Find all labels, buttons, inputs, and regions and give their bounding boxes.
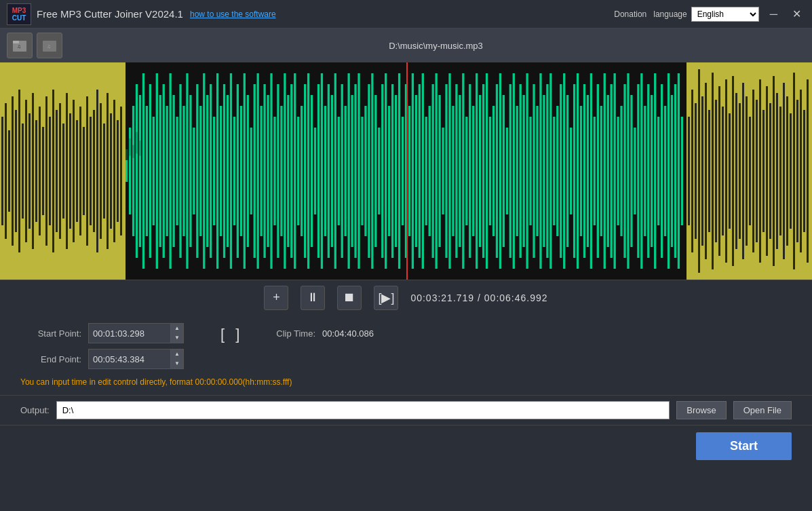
language-select[interactable]: English Chinese French German Spanish xyxy=(691,7,759,22)
svg-rect-65 xyxy=(199,106,201,236)
add-marker-button[interactable]: + xyxy=(264,286,288,310)
svg-rect-62 xyxy=(189,95,191,247)
svg-rect-236 xyxy=(759,79,761,263)
end-time-down[interactable]: ▼ xyxy=(171,359,183,368)
svg-rect-138 xyxy=(445,84,447,258)
svg-rect-30 xyxy=(83,127,85,215)
svg-rect-129 xyxy=(415,95,417,247)
help-link[interactable]: how to use the software xyxy=(190,10,276,19)
right-trim-handle[interactable] xyxy=(687,62,812,280)
svg-rect-185 xyxy=(604,73,606,269)
logo-cut: CUT xyxy=(12,14,26,22)
bracket-open-button[interactable]: [ xyxy=(218,326,227,343)
svg-rect-156 xyxy=(506,128,508,214)
close-button[interactable]: ✕ xyxy=(788,6,805,22)
svg-rect-145 xyxy=(469,84,471,258)
start-time-down[interactable]: ▼ xyxy=(171,333,183,343)
svg-rect-57 xyxy=(172,95,174,247)
svg-rect-148 xyxy=(479,95,481,247)
open-file-button-output[interactable]: Open File xyxy=(733,401,792,419)
svg-rect-27 xyxy=(73,100,75,242)
svg-rect-96 xyxy=(304,84,306,258)
svg-rect-122 xyxy=(391,84,393,258)
svg-rect-246 xyxy=(793,73,795,269)
svg-rect-158 xyxy=(513,73,515,269)
start-time-spinner: ▲ ▼ xyxy=(170,324,183,343)
svg-rect-69 xyxy=(213,117,215,225)
start-time-input[interactable] xyxy=(89,326,170,341)
svg-rect-19 xyxy=(45,96,47,246)
svg-rect-229 xyxy=(735,93,737,249)
open-file-button[interactable]: ♫ xyxy=(7,33,33,58)
svg-rect-16 xyxy=(35,120,37,222)
stop-button[interactable]: ⏹ xyxy=(337,286,362,310)
svg-rect-180 xyxy=(587,95,589,247)
svg-rect-32 xyxy=(90,117,92,225)
svg-rect-41 xyxy=(120,107,122,235)
svg-rect-199 xyxy=(651,95,653,247)
donation-link[interactable]: Donation xyxy=(614,10,646,19)
svg-rect-245 xyxy=(790,113,792,229)
svg-rect-208 xyxy=(681,117,683,225)
svg-rect-112 xyxy=(357,73,360,269)
svg-rect-237 xyxy=(762,110,765,232)
svg-rect-25 xyxy=(66,93,68,249)
svg-rect-192 xyxy=(627,73,629,269)
svg-rect-244 xyxy=(786,96,788,246)
left-trim-handle[interactable] xyxy=(0,62,125,280)
svg-rect-155 xyxy=(503,95,505,247)
svg-rect-232 xyxy=(746,96,748,246)
start-button[interactable]: Start xyxy=(696,432,792,460)
output-path-input[interactable] xyxy=(56,401,670,419)
svg-rect-127 xyxy=(408,106,410,236)
svg-rect-213 xyxy=(139,140,141,155)
svg-rect-131 xyxy=(422,73,424,269)
add-file-button[interactable]: ♫ xyxy=(37,33,62,58)
svg-rect-154 xyxy=(499,73,501,269)
play-segment-button[interactable]: [▶] xyxy=(374,286,398,310)
svg-rect-153 xyxy=(496,84,498,258)
svg-rect-84 xyxy=(263,84,265,258)
svg-rect-52 xyxy=(156,73,158,269)
svg-rect-35 xyxy=(100,103,102,239)
file-path: D:\music\my-music.mp3 xyxy=(66,41,805,51)
minimize-button[interactable]: ─ xyxy=(766,7,781,22)
logo-mp3: MP3 xyxy=(12,7,26,14)
waveform-display[interactable] xyxy=(125,62,687,280)
svg-rect-221 xyxy=(708,110,710,232)
svg-rect-46 xyxy=(136,84,138,258)
svg-rect-97 xyxy=(307,73,309,269)
browse-button[interactable]: Browse xyxy=(676,401,726,419)
svg-rect-190 xyxy=(620,106,622,236)
svg-rect-176 xyxy=(573,84,575,258)
bracket-close-button[interactable]: ] xyxy=(233,326,242,343)
svg-rect-139 xyxy=(448,73,450,269)
end-time-input[interactable] xyxy=(89,352,170,367)
svg-rect-157 xyxy=(509,84,511,258)
svg-rect-194 xyxy=(634,128,636,214)
svg-rect-149 xyxy=(482,84,484,258)
svg-rect-80 xyxy=(250,128,252,214)
svg-rect-216 xyxy=(691,90,693,252)
svg-rect-189 xyxy=(617,117,619,225)
svg-rect-231 xyxy=(742,83,744,259)
svg-rect-29 xyxy=(79,107,81,235)
svg-rect-13 xyxy=(25,100,27,242)
svg-rect-18 xyxy=(42,127,44,215)
svg-rect-94 xyxy=(297,117,299,225)
svg-rect-108 xyxy=(345,106,347,236)
svg-rect-181 xyxy=(590,73,592,269)
svg-rect-172 xyxy=(560,84,562,258)
svg-rect-238 xyxy=(766,86,768,256)
svg-rect-67 xyxy=(206,95,208,247)
end-time-up[interactable]: ▲ xyxy=(171,349,183,359)
playhead[interactable] xyxy=(406,62,408,280)
svg-rect-197 xyxy=(644,106,646,236)
svg-rect-136 xyxy=(438,95,440,247)
pause-button[interactable]: ⏸ xyxy=(301,286,325,310)
start-time-up[interactable]: ▲ xyxy=(171,324,183,333)
svg-rect-152 xyxy=(492,106,495,236)
svg-rect-22 xyxy=(56,110,58,232)
svg-rect-223 xyxy=(715,100,717,242)
waveform-container[interactable] xyxy=(0,62,812,280)
